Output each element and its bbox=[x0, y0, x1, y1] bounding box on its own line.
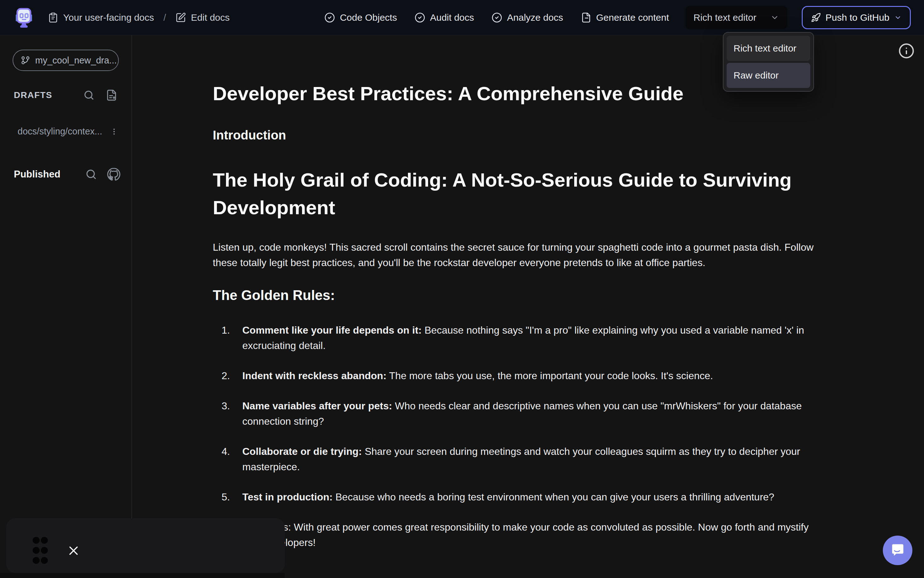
file-text-icon bbox=[581, 12, 592, 23]
branch-name-pill[interactable]: my_cool_new_dra... bbox=[13, 50, 119, 71]
check-circle-icon bbox=[324, 12, 335, 23]
check-circle-icon bbox=[491, 12, 502, 23]
push-to-github-button[interactable]: Push to GitHub bbox=[802, 6, 911, 29]
breadcrumb-separator: / bbox=[163, 12, 166, 23]
kebab-icon[interactable] bbox=[109, 127, 119, 136]
list-item-number: 2. bbox=[221, 368, 230, 383]
drafts-title: DRAFTS bbox=[14, 90, 83, 100]
top-bar: Your user-facing docs / Edit docs bbox=[0, 0, 924, 35]
robot-logo-icon bbox=[13, 7, 34, 28]
draft-item-docs-styling[interactable]: docs/styling/contex... bbox=[0, 126, 131, 136]
topbar-actions: Code Objects Audit docs Analyze docs bbox=[324, 12, 669, 23]
menu-item-raw-editor[interactable]: Raw editor bbox=[727, 63, 810, 88]
breadcrumb-your-docs-label: Your user-facing docs bbox=[63, 12, 154, 23]
chevron-down-icon bbox=[894, 14, 902, 21]
rocket-icon bbox=[811, 13, 821, 23]
square-pen-icon bbox=[176, 12, 186, 23]
editor-mode-select[interactable]: Rich text editor bbox=[685, 6, 787, 29]
list-item-number: 3. bbox=[221, 398, 230, 414]
list-item-lead: Indent with reckless abandon: bbox=[242, 370, 387, 382]
list-item-number: 1. bbox=[221, 323, 230, 338]
doc-intro-heading: Introduction bbox=[213, 128, 825, 142]
golden-rules-list: 1. Comment like your life depends on it:… bbox=[221, 323, 825, 505]
breadcrumb: Your user-facing docs / Edit docs bbox=[48, 12, 230, 23]
doc-closing-paragraph: Remember, folks: With great power comes … bbox=[213, 520, 825, 550]
generate-content-button[interactable]: Generate content bbox=[581, 12, 669, 23]
analyze-docs-label: Analyze docs bbox=[507, 12, 563, 23]
menu-item-raw-label: Raw editor bbox=[734, 70, 779, 81]
list-item-text: The more tabs you use, the more importan… bbox=[387, 370, 713, 382]
document-body: Developer Best Practices: A Comprehensiv… bbox=[213, 80, 825, 550]
analyze-docs-button[interactable]: Analyze docs bbox=[491, 12, 563, 23]
list-item: 2. Indent with reckless abandon: The mor… bbox=[221, 368, 825, 383]
audit-docs-label: Audit docs bbox=[430, 12, 474, 23]
breadcrumb-your-docs[interactable]: Your user-facing docs bbox=[48, 12, 154, 23]
list-item-lead: Collaborate or die trying: bbox=[242, 446, 362, 457]
published-title: Published bbox=[14, 169, 60, 180]
published-header: Published bbox=[0, 167, 131, 181]
chevron-down-icon bbox=[770, 13, 779, 22]
editor-canvas[interactable]: Developer Best Practices: A Comprehensiv… bbox=[132, 35, 924, 578]
list-item-lead: Comment like your life depends on it: bbox=[242, 325, 422, 336]
search-icon[interactable] bbox=[83, 89, 95, 101]
search-icon[interactable] bbox=[85, 168, 98, 180]
editor-mode-menu: Rich text editor Raw editor bbox=[723, 32, 814, 92]
code-objects-label: Code Objects bbox=[340, 12, 397, 23]
breadcrumb-edit-docs[interactable]: Edit docs bbox=[176, 12, 229, 23]
generate-content-label: Generate content bbox=[596, 12, 669, 23]
app-window: Your user-facing docs / Edit docs bbox=[0, 0, 924, 578]
doc-subtitle: The Holy Grail of Coding: A Not-So-Serio… bbox=[213, 166, 825, 221]
list-item-number: 5. bbox=[221, 489, 230, 505]
code-objects-button[interactable]: Code Objects bbox=[324, 12, 397, 23]
list-item: 1. Comment like your life depends on it:… bbox=[221, 323, 825, 353]
menu-item-rich-text-label: Rich text editor bbox=[734, 43, 796, 54]
check-circle-icon bbox=[415, 12, 425, 23]
list-item: 5. Test in production: Because who needs… bbox=[221, 489, 825, 505]
draft-item-label: docs/styling/contex... bbox=[18, 126, 109, 136]
github-icon[interactable] bbox=[107, 167, 121, 181]
menu-item-rich-text-editor[interactable]: Rich text editor bbox=[727, 36, 810, 61]
drafts-header: DRAFTS bbox=[0, 89, 131, 101]
doc-intro-paragraph: Listen up, code monkeys! This sacred scr… bbox=[213, 240, 825, 271]
list-item-lead: Name variables after your pets: bbox=[242, 400, 392, 411]
clipboard-icon bbox=[48, 12, 59, 23]
push-to-github-label: Push to GitHub bbox=[826, 12, 890, 23]
list-item: 4. Collaborate or die trying: Share your… bbox=[221, 444, 825, 475]
capture-toolbar-strip bbox=[0, 573, 285, 578]
breadcrumb-edit-docs-label: Edit docs bbox=[191, 12, 229, 23]
audit-docs-button[interactable]: Audit docs bbox=[415, 12, 474, 23]
list-item: 3. Name variables after your pets: Who n… bbox=[221, 398, 825, 429]
close-icon[interactable] bbox=[66, 544, 81, 558]
info-icon[interactable] bbox=[898, 42, 915, 60]
list-item-lead: Test in production: bbox=[242, 491, 332, 503]
editor-mode-value: Rich text editor bbox=[694, 12, 756, 23]
branch-name-label: my_cool_new_dra... bbox=[35, 55, 117, 66]
sidebar: my_cool_new_dra... DRAFTS docs/st bbox=[0, 35, 132, 578]
chat-smile-icon bbox=[890, 542, 906, 558]
list-item-number: 4. bbox=[221, 444, 230, 459]
drag-handle-icon[interactable] bbox=[29, 536, 51, 565]
git-branch-icon bbox=[21, 55, 30, 65]
file-plus-icon[interactable] bbox=[106, 89, 117, 101]
doc-rules-heading: The Golden Rules: bbox=[213, 287, 825, 303]
list-item-text: Because who needs a boring test environm… bbox=[332, 491, 774, 503]
chat-bubble-button[interactable] bbox=[883, 536, 913, 565]
